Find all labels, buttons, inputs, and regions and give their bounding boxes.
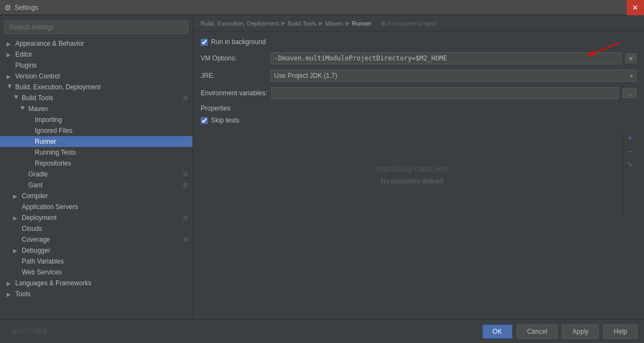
add-property-button[interactable]: + <box>625 133 636 144</box>
bottom-bar: @51CTO博客 OK Cancel Apply Help <box>0 319 644 343</box>
sidebar-item-label: Running Tests <box>35 149 76 156</box>
sidebar-item-gradle[interactable]: ▶ Gradle ⚙ <box>0 169 193 180</box>
apply-button[interactable]: Apply <box>562 324 599 339</box>
sidebar-item-label: Ignored Files <box>35 127 72 134</box>
vm-options-button[interactable]: ≡ <box>626 53 636 63</box>
sidebar-item-label: Plugins <box>15 62 36 69</box>
arrow-icon: ▶ <box>7 84 13 90</box>
sidebar-item-web-services[interactable]: ▶ Web Services <box>0 267 193 278</box>
properties-header: Properties <box>201 105 636 112</box>
sidebar-item-version-control[interactable]: ▶ Version Control <box>0 71 193 82</box>
config-icon: ⚙ <box>183 215 188 222</box>
arrow-icon: ▶ <box>7 74 13 79</box>
content-panel: Build, Execution, Deployment ▶ Build Too… <box>193 15 644 319</box>
svg-line-1 <box>587 42 620 56</box>
sidebar-item-label: Editor <box>15 51 32 58</box>
config-icon: ⚙ <box>183 182 188 189</box>
close-button[interactable]: ✕ <box>627 0 644 15</box>
sidebar-item-gant[interactable]: ▶ Gant ⚙ <box>0 180 193 191</box>
sidebar-item-ignored-files[interactable]: ▶ Ignored Files <box>0 125 193 136</box>
sidebar-item-repositories[interactable]: ▶ Repositories <box>0 158 193 169</box>
skip-tests-label: Skip tests <box>211 117 239 124</box>
sidebar-item-build-tools[interactable]: ▶ Build Tools ⚙ <box>0 93 193 103</box>
sidebar-item-label: Runner <box>35 138 56 145</box>
window-title: Settings <box>15 4 38 11</box>
sidebar-item-label: Build, Execution, Deployment <box>15 83 101 91</box>
sidebar-item-label: Gradle <box>28 170 48 178</box>
sidebar-item-languages[interactable]: ▶ Languages & Frameworks <box>0 278 193 289</box>
sidebar: ▶ Appearance & Behavior ▶ Editor ▶ Plugi… <box>0 15 193 319</box>
sidebar-item-plugins[interactable]: ▶ Plugins <box>0 60 193 71</box>
sidebar-item-label: Debugger <box>22 247 51 254</box>
sidebar-item-label: Deployment <box>22 214 57 222</box>
run-in-background-checkbox[interactable] <box>201 39 208 46</box>
breadcrumb: Build, Execution, Deployment ▶ Build Too… <box>193 15 644 32</box>
content-body: Run in background VM Options: <box>193 32 644 319</box>
sidebar-item-coverage[interactable]: ▶ Coverage ⚙ <box>0 234 193 245</box>
jre-label: JRE: <box>201 72 266 79</box>
jre-select-wrapper: Use Project JDK (1.7) JDK 1.8 JDK 11 ▼ <box>270 70 636 82</box>
properties-table: http://blog.csdn.net/ No properties defi… <box>201 131 623 218</box>
sidebar-item-label: Tools <box>15 290 30 298</box>
arrow-icon: ▶ <box>7 41 13 47</box>
env-vars-button[interactable]: … <box>623 88 636 98</box>
sidebar-item-label: Compiler <box>22 192 48 200</box>
arrow-icon: ▶ <box>13 193 20 199</box>
skip-tests-checkbox[interactable] <box>201 117 208 124</box>
arrow-icon: ▶ <box>20 106 26 112</box>
breadcrumb-part3: Maven <box>325 20 343 27</box>
cancel-button[interactable]: Cancel <box>517 324 558 339</box>
help-button[interactable]: Help <box>603 324 637 339</box>
sidebar-item-deployment[interactable]: ▶ Deployment ⚙ <box>0 212 193 223</box>
sidebar-item-importing[interactable]: ▶ Importing <box>0 114 193 125</box>
sidebar-item-label: Coverage <box>22 236 50 243</box>
properties-section: Properties Skip tests http://blog.csdn.n… <box>201 105 636 218</box>
sidebar-item-running-tests[interactable]: ▶ Running Tests <box>0 147 193 158</box>
sidebar-item-label: Appearance & Behavior <box>15 40 84 47</box>
sidebar-item-appearance[interactable]: ▶ Appearance & Behavior <box>0 38 193 49</box>
env-vars-input[interactable] <box>271 87 618 99</box>
app-icon: ⚙ <box>4 3 11 12</box>
sidebar-item-label: Languages & Frameworks <box>15 279 91 287</box>
arrow-icon: ▶ <box>14 95 20 101</box>
sidebar-item-clouds[interactable]: ▶ Clouds <box>0 223 193 234</box>
title-bar: ⚙ Settings ✕ <box>0 0 644 15</box>
sidebar-item-app-servers[interactable]: ▶ Application Servers <box>0 201 193 212</box>
env-vars-label: Environment variables: <box>201 89 267 97</box>
red-arrow-annotation <box>555 40 620 58</box>
search-container <box>4 21 188 34</box>
jre-select[interactable]: Use Project JDK (1.7) JDK 1.8 JDK 11 <box>270 70 636 82</box>
sidebar-item-build-execution[interactable]: ▶ Build, Execution, Deployment <box>0 82 193 93</box>
edit-property-button[interactable]: ✎ <box>625 159 636 170</box>
no-properties-text: No properties defined <box>376 177 448 185</box>
arrow-icon: ▶ <box>7 280 13 286</box>
config-icon: ⚙ <box>183 95 188 102</box>
vm-options-row: VM Options: ≡ <box>201 52 636 64</box>
sidebar-item-label: Version Control <box>15 72 60 80</box>
ok-button[interactable]: OK <box>482 324 512 339</box>
sidebar-item-label: Repositories <box>35 160 71 167</box>
remove-property-button[interactable]: − <box>625 146 636 157</box>
vm-options-label: VM Options: <box>201 54 266 62</box>
search-input[interactable] <box>4 21 188 34</box>
sidebar-item-label: Web Services <box>22 268 62 276</box>
sidebar-item-label: Maven <box>28 105 48 113</box>
sidebar-item-compiler[interactable]: ▶ Compiler <box>0 191 193 201</box>
env-vars-row: Environment variables: … <box>201 87 636 99</box>
config-icon: ⚙ <box>183 236 188 243</box>
config-icon: ⚙ <box>183 171 188 178</box>
breadcrumb-part1: Build, Execution, Deployment <box>201 20 279 27</box>
breadcrumb-part2: Build Tools <box>288 20 317 27</box>
arrow-icon: ▶ <box>7 52 13 58</box>
sidebar-item-debugger[interactable]: ▶ Debugger <box>0 245 193 256</box>
run-in-background-label: Run in background <box>211 38 266 46</box>
watermark-text: http://blog.csdn.net/ <box>376 164 448 173</box>
skip-tests-row: Skip tests <box>201 117 636 124</box>
sidebar-item-tools[interactable]: ▶ Tools <box>0 289 193 299</box>
arrow-icon: ▶ <box>13 248 20 254</box>
sidebar-item-runner[interactable]: ▶ Runner <box>0 136 193 147</box>
sidebar-item-maven[interactable]: ▶ Maven <box>0 103 193 114</box>
sidebar-item-path-variables[interactable]: ▶ Path Variables <box>0 256 193 267</box>
sidebar-item-editor[interactable]: ▶ Editor <box>0 49 193 60</box>
breadcrumb-part4: Runner <box>352 20 371 27</box>
